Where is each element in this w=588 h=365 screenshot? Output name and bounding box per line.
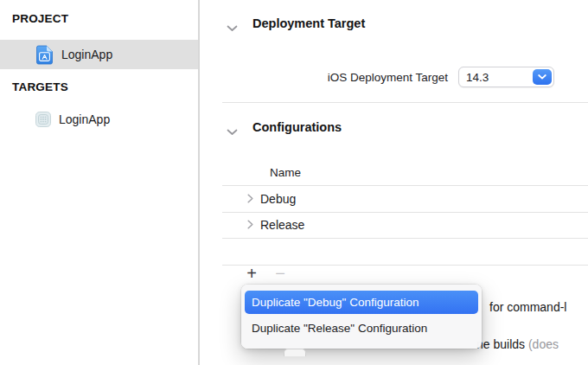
chevron-down-icon[interactable] [227,20,238,35]
sidebar-divider [198,0,200,365]
configuration-row-release[interactable]: Release [222,212,588,238]
combobox-value: 14.3 [466,71,489,84]
sidebar-item-target-loginapp[interactable]: LoginApp [0,105,198,134]
configurations-section-title: Configurations [252,120,342,134]
menu-item-duplicate-debug[interactable]: Duplicate "Debug" Configuration [245,291,478,314]
chevron-down-icon [538,74,546,80]
xcode-project-icon [35,45,54,65]
xcode-project-editor: PROJECT LoginApp TARGETS [0,0,588,365]
targets-section-header: TARGETS [12,80,68,93]
sidebar-item-project-loginapp[interactable]: LoginApp [0,40,198,69]
remove-configuration-button[interactable]: − [270,263,291,284]
configuration-name: Release [260,218,304,232]
configuration-name: Debug [260,192,296,206]
project-section-header: PROJECT [12,12,68,25]
duplicate-configuration-menu: Duplicate "Debug" Configuration Duplicat… [241,285,482,349]
popup-button-peek [284,349,306,356]
command-line-builds-text-fragment: for command-l [489,300,566,314]
ios-deployment-target-combobox[interactable]: 14.3 [458,67,554,87]
ios-deployment-target-label: iOS Deployment Target [259,71,448,84]
disclosure-chevron-icon[interactable] [247,218,253,232]
note-gray-text: (does [528,337,559,351]
project-navigator-sidebar: PROJECT LoginApp TARGETS [0,0,198,365]
combobox-dropdown-button[interactable] [533,69,552,85]
app-target-icon [35,112,51,127]
builds-note-text-fragment: ne builds (does [476,337,559,351]
add-configuration-button[interactable]: + [241,263,262,284]
name-column-header: Name [270,166,301,179]
sidebar-item-label: LoginApp [59,112,110,126]
table-divider [222,238,588,239]
sidebar-item-label: LoginApp [61,48,112,61]
deployment-target-section-title: Deployment Target [252,16,365,30]
disclosure-chevron-icon[interactable] [247,192,253,206]
configuration-row-debug[interactable]: Debug [222,186,588,212]
menu-item-duplicate-release[interactable]: Duplicate "Release" Configuration [245,317,478,340]
chevron-down-icon[interactable] [227,124,238,139]
section-divider [222,102,588,103]
